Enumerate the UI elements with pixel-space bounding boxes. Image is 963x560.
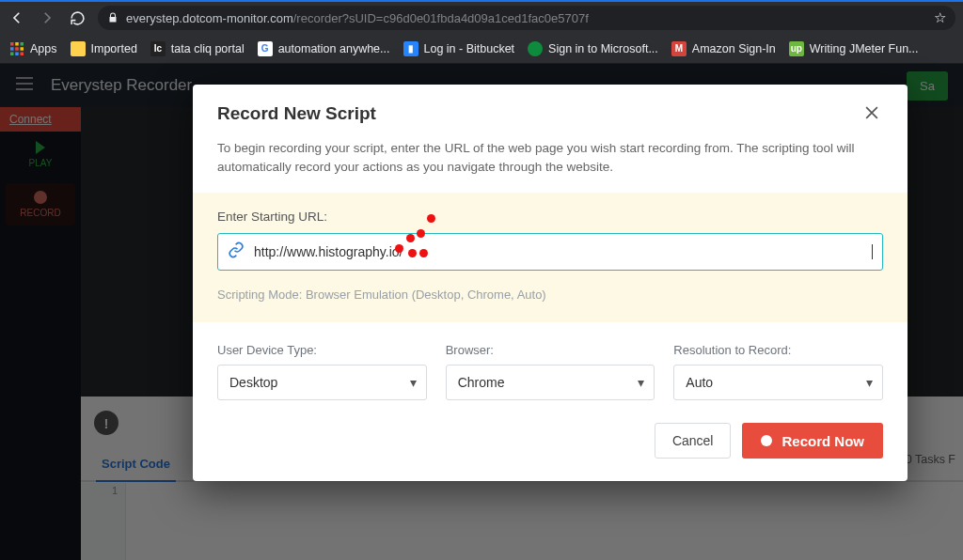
chevron-down-icon: ▾ bbox=[638, 375, 644, 390]
link-icon bbox=[228, 241, 245, 262]
record-now-button[interactable]: Record Now bbox=[742, 423, 883, 459]
browser-toolbar: everystep.dotcom-monitor.com/recorder?sU… bbox=[0, 0, 963, 34]
favicon-icon: M bbox=[671, 41, 687, 56]
svg-rect-6 bbox=[10, 52, 14, 55]
bookmark-bitbucket[interactable]: ▮Log in - Bitbucket bbox=[403, 41, 515, 56]
modal-title: Record New Script bbox=[217, 103, 862, 124]
favicon-icon: up bbox=[789, 41, 804, 56]
favicon-icon: G bbox=[258, 41, 273, 56]
url-label: Enter Starting URL: bbox=[217, 210, 883, 224]
apps-grid-icon bbox=[9, 41, 24, 56]
annotation-dot bbox=[417, 229, 425, 238]
record-script-modal: Record New Script To begin recording you… bbox=[193, 85, 908, 481]
chevron-down-icon: ▾ bbox=[410, 375, 417, 390]
annotation-dot bbox=[408, 249, 417, 257]
favicon-icon: Ic bbox=[150, 41, 166, 56]
bookmark-microsoft[interactable]: Sign in to Microsoft... bbox=[528, 41, 658, 56]
modal-description: To begin recording your script, enter th… bbox=[193, 132, 908, 193]
bookmark-tatacliq[interactable]: Ictata cliq portal bbox=[150, 41, 245, 56]
annotation-dot bbox=[395, 244, 403, 253]
apps-label: Apps bbox=[30, 42, 57, 55]
resolution-select[interactable]: Auto ▾ bbox=[673, 365, 883, 400]
bookmark-imported[interactable]: Imported bbox=[71, 41, 137, 56]
svg-rect-3 bbox=[10, 47, 14, 51]
bookmark-jmeter[interactable]: upWriting JMeter Fun... bbox=[789, 41, 919, 56]
browser-label: Browser: bbox=[446, 343, 655, 357]
device-type-label: User Device Type: bbox=[217, 343, 427, 357]
svg-rect-0 bbox=[10, 42, 14, 46]
apps-button[interactable]: Apps bbox=[9, 41, 57, 56]
browser-select[interactable]: Chrome ▾ bbox=[446, 365, 655, 400]
close-button[interactable] bbox=[862, 103, 883, 124]
chevron-down-icon: ▾ bbox=[866, 375, 873, 390]
annotation-dot bbox=[427, 214, 435, 223]
folder-icon bbox=[71, 41, 86, 56]
url-text: everystep.dotcom-monitor.com/recorder?sU… bbox=[126, 11, 589, 25]
annotation-dot bbox=[419, 249, 428, 257]
svg-rect-7 bbox=[15, 52, 19, 55]
svg-rect-1 bbox=[15, 42, 19, 46]
resolution-label: Resolution to Record: bbox=[673, 343, 883, 357]
annotation-dot bbox=[406, 234, 415, 242]
bookmark-automation[interactable]: Gautomation anywhe... bbox=[258, 41, 390, 56]
favicon-icon: ▮ bbox=[403, 41, 418, 56]
lock-icon bbox=[107, 12, 118, 23]
svg-rect-2 bbox=[21, 42, 24, 46]
back-button[interactable] bbox=[8, 8, 26, 27]
scripting-mode-text: Scripting Mode: Browser Emulation (Deskt… bbox=[217, 288, 883, 302]
svg-rect-4 bbox=[15, 47, 19, 51]
url-input-wrapper[interactable] bbox=[217, 233, 883, 271]
forward-button[interactable] bbox=[38, 8, 56, 27]
cancel-button[interactable]: Cancel bbox=[655, 423, 732, 459]
bookmark-star-icon[interactable]: ☆ bbox=[934, 9, 946, 26]
bookmark-amazon[interactable]: MAmazon Sign-In bbox=[671, 41, 776, 56]
starting-url-input[interactable] bbox=[254, 244, 873, 259]
address-bar[interactable]: everystep.dotcom-monitor.com/recorder?sU… bbox=[98, 6, 955, 30]
reload-button[interactable] bbox=[68, 8, 87, 27]
url-section: Enter Starting URL: Scripting Mode: Brow… bbox=[193, 193, 908, 322]
svg-rect-8 bbox=[21, 52, 24, 55]
record-dot-icon bbox=[761, 435, 772, 446]
bookmarks-bar: Apps Imported Ictata cliq portal Gautoma… bbox=[0, 34, 963, 64]
svg-rect-5 bbox=[21, 47, 24, 51]
device-type-select[interactable]: Desktop ▾ bbox=[217, 365, 427, 400]
favicon-icon bbox=[528, 41, 543, 56]
